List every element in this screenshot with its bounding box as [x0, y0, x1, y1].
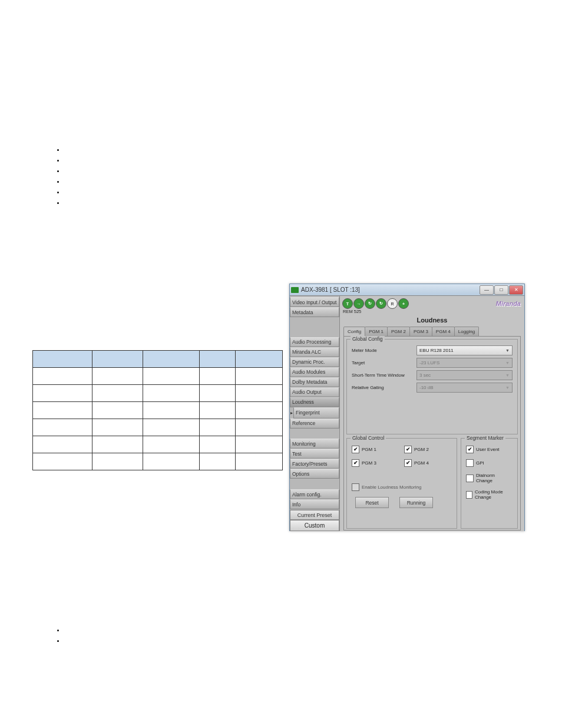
status-icon-plus[interactable]: +: [398, 298, 409, 309]
sidebar-item-audio-output[interactable]: Audio Output: [290, 387, 339, 397]
app-icon: [291, 287, 299, 293]
running-button[interactable]: Running: [399, 497, 433, 508]
checkbox-icon: ✔: [466, 446, 474, 453]
checkbox-icon: ✔: [352, 459, 359, 467]
segment-marker-legend: Segment Marker: [465, 435, 505, 441]
app-window: ADX-3981 [ SLOT :13] — □ ✕ Video Input /…: [289, 284, 525, 531]
status-icon-refresh1[interactable]: ↻: [365, 298, 375, 309]
window-label: Short-Term Time Window: [352, 373, 416, 378]
sidebar-item-test[interactable]: Test: [290, 449, 339, 459]
tab-pgm4[interactable]: PGM 4: [432, 327, 455, 336]
user-event-checkbox[interactable]: ✔ User Event: [466, 446, 513, 453]
tab-pgm1[interactable]: PGM 1: [365, 327, 388, 336]
checkbox-icon: ✔: [404, 459, 412, 467]
tab-pgm3[interactable]: PGM 3: [409, 327, 432, 336]
main-panel: T → ↻ ↻ R + Miranda REM 525 Loudness Con…: [340, 296, 524, 531]
sidebar-item-monitoring[interactable]: Monitoring: [290, 439, 339, 449]
sidebar-item-factory-presets[interactable]: Factory/Presets: [290, 459, 339, 469]
target-select: -23 LUFS: [416, 358, 513, 368]
segment-marker-fieldset: Segment Marker ✔ User Event GPI: [461, 438, 518, 529]
sidebar-item-alarm-config[interactable]: Alarm config.: [290, 489, 339, 499]
sidebar-item-audio-processing[interactable]: Audio Processing: [290, 337, 339, 347]
pgm2-checkbox[interactable]: ✔ PGM 2: [404, 446, 452, 453]
bg-bullet-list-2: [41, 622, 67, 647]
sidebar-item-fingerprint[interactable]: Fingerprint: [293, 407, 339, 419]
sidebar: Video Input / Output Metadata Audio Proc…: [290, 296, 340, 531]
enable-loudness-checkbox[interactable]: Enable Loudness Monitoring: [352, 483, 452, 491]
pgm4-checkbox[interactable]: ✔ PGM 4: [404, 459, 452, 467]
status-icon-ref[interactable]: R: [387, 298, 398, 309]
status-icon-row: T → ↻ ↻ R + Miranda: [341, 297, 523, 310]
window-select: 3 sec: [416, 370, 513, 380]
checkbox-icon: ✔: [352, 446, 359, 453]
status-icon-tp[interactable]: T: [342, 298, 353, 309]
sidebar-item-audio-modules[interactable]: Audio Modules: [290, 367, 339, 377]
panel-title: Loudness: [341, 317, 523, 324]
checkbox-icon: [466, 475, 474, 482]
gating-label: Relative Gating: [352, 385, 416, 390]
sidebar-item-dolby-metadata[interactable]: Dolby Metadata: [290, 377, 339, 387]
sidebar-item-video-io[interactable]: Video Input / Output: [290, 297, 339, 307]
status-icon-arrow[interactable]: →: [353, 298, 364, 309]
custom-preset-button[interactable]: Custom: [290, 520, 339, 531]
maximize-button[interactable]: □: [494, 285, 508, 295]
coding-mode-checkbox[interactable]: Coding Mode Change: [466, 489, 513, 500]
gating-select: -10 dB: [416, 383, 513, 393]
checkbox-icon: [466, 491, 472, 499]
reset-button[interactable]: Reset: [355, 497, 389, 508]
status-icon-refresh2[interactable]: ↻: [376, 298, 386, 309]
bg-bullet-list-1: [41, 142, 67, 209]
checkbox-icon: [352, 483, 359, 491]
titlebar[interactable]: ADX-3981 [ SLOT :13] — □ ✕: [290, 284, 524, 296]
sidebar-item-miranda-alc[interactable]: Miranda ALC: [290, 347, 339, 357]
sidebar-item-options[interactable]: Options: [290, 469, 339, 479]
pgm3-checkbox[interactable]: ✔ PGM 3: [352, 459, 399, 467]
sidebar-item-loudness[interactable]: Loudness: [290, 397, 339, 407]
tab-config[interactable]: Config: [343, 327, 365, 336]
tab-pgm2[interactable]: PGM 2: [387, 327, 410, 336]
window-title: ADX-3981 [ SLOT :13]: [301, 286, 480, 293]
meter-mode-label: Meter Mode: [352, 348, 416, 353]
checkbox-icon: ✔: [404, 446, 412, 453]
gpi-checkbox[interactable]: GPI: [466, 459, 513, 467]
tab-bar: Config PGM 1 PGM 2 PGM 3 PGM 4 Logging: [341, 327, 523, 336]
global-config-fieldset: Global Config Meter Mode EBU R128 2011 T…: [346, 339, 518, 434]
checkbox-icon: [466, 459, 474, 467]
bg-table: [32, 350, 283, 470]
miranda-logo: Miranda: [496, 300, 521, 307]
global-control-fieldset: Global Control ✔ PGM 1 ✔ PGM 2: [346, 438, 457, 529]
sub-label: REM 525: [341, 309, 523, 314]
sidebar-item-metadata[interactable]: Metadata: [290, 307, 339, 317]
global-control-legend: Global Control: [351, 435, 386, 441]
close-button[interactable]: ✕: [509, 285, 523, 295]
target-label: Target: [352, 360, 416, 365]
current-preset-label: Current Preset: [290, 510, 339, 520]
minimize-button[interactable]: —: [480, 285, 494, 295]
dialnorm-checkbox[interactable]: Dialnorm Change: [466, 473, 513, 483]
sidebar-item-reference[interactable]: Reference: [290, 419, 339, 429]
sidebar-item-dynamic-proc[interactable]: Dynamic Proc.: [290, 357, 339, 367]
sidebar-item-info[interactable]: Info: [290, 499, 339, 509]
tab-content: Global Config Meter Mode EBU R128 2011 T…: [343, 336, 521, 531]
pgm1-checkbox[interactable]: ✔ PGM 1: [352, 446, 399, 453]
tab-logging[interactable]: Logging: [454, 327, 479, 336]
global-config-legend: Global Config: [351, 336, 385, 342]
meter-mode-select[interactable]: EBU R128 2011: [416, 345, 513, 355]
